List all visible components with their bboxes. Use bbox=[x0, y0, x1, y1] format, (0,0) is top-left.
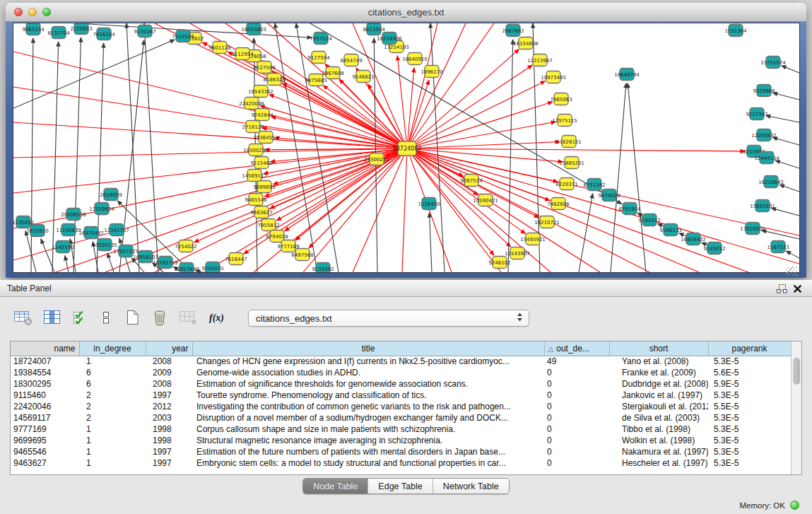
network-node[interactable]: 11626151 bbox=[556, 136, 582, 148]
table-cell[interactable]: 0 bbox=[544, 446, 609, 457]
table-cell[interactable]: 6 bbox=[79, 378, 146, 390]
table-mode-button[interactable] bbox=[13, 308, 33, 329]
network-node[interactable]: 9146821 bbox=[352, 71, 374, 83]
table-cell[interactable]: 14569117 bbox=[11, 412, 79, 424]
table-cell[interactable]: 1998 bbox=[146, 435, 192, 446]
table-cell[interactable]: Estimation of significance thresholds fo… bbox=[192, 378, 544, 390]
table-cell[interactable]: 1998 bbox=[146, 424, 192, 435]
close-panel-button[interactable] bbox=[789, 281, 805, 296]
table-cell[interactable]: 18300295 bbox=[11, 378, 79, 390]
table-row[interactable]: 1456911722003Disruption of a novel membe… bbox=[11, 412, 791, 424]
table-cell[interactable]: Disruption of a novel member of a sodium… bbox=[192, 412, 544, 424]
network-node[interactable]: 11156839 bbox=[56, 224, 81, 236]
network-node[interactable]: 1696170 bbox=[420, 66, 442, 78]
column-visibility-button[interactable] bbox=[42, 308, 62, 329]
table-cell[interactable]: 2012 bbox=[146, 401, 192, 412]
network-node[interactable]: 9329966 bbox=[753, 85, 775, 97]
tab-node-table[interactable]: Node Table bbox=[303, 479, 368, 493]
network-node[interactable]: 7462606 bbox=[547, 198, 570, 210]
network-node[interactable]: 7616104 bbox=[93, 28, 115, 40]
table-cell[interactable]: 6 bbox=[79, 367, 146, 378]
table-cell[interactable]: Structural magnetic resonance image aver… bbox=[192, 435, 544, 446]
network-node[interactable]: 9127504 bbox=[307, 52, 330, 64]
network-node[interactable]: 9135502 bbox=[312, 263, 334, 273]
table-cell[interactable]: Estimation of the future numbers of pati… bbox=[192, 446, 544, 457]
network-node[interactable]: 12975115 bbox=[552, 115, 577, 127]
network-node[interactable]: 8813054 bbox=[363, 23, 385, 35]
memory-status-icon[interactable] bbox=[790, 501, 799, 510]
table-cell[interactable]: Nakamura et al. (1997) bbox=[609, 446, 708, 457]
tab-edge-table[interactable]: Edge Table bbox=[368, 479, 433, 493]
table-cell[interactable]: 9465546 bbox=[11, 446, 79, 457]
table-cell[interactable]: 0 bbox=[544, 412, 609, 424]
row-height-button[interactable] bbox=[98, 308, 114, 329]
table-cell[interactable]: Wolkin et al. (1998) bbox=[609, 435, 708, 446]
network-node[interactable]: 8751342 bbox=[583, 179, 605, 191]
table-cell[interactable]: 1997 bbox=[146, 457, 192, 469]
table-cell[interactable]: 9699695 bbox=[11, 435, 79, 446]
minimize-window-button[interactable] bbox=[28, 8, 37, 16]
network-node[interactable]: 15885201 bbox=[559, 157, 584, 169]
table-cell[interactable]: Tibbo et al. (1998) bbox=[609, 424, 708, 435]
network-node[interactable]: 1151304 bbox=[724, 25, 747, 37]
table-row[interactable]: 1830029562008Estimation of significance … bbox=[11, 378, 791, 390]
table-cell[interactable]: Yano et al. (2008) bbox=[609, 356, 708, 367]
table-cell[interactable]: Changes of HCN gene expression and I(f) … bbox=[192, 356, 544, 367]
network-node[interactable]: 9127508 bbox=[253, 62, 275, 74]
network-node[interactable]: 8131704 bbox=[47, 27, 70, 39]
zoom-window-button[interactable] bbox=[42, 8, 51, 16]
table-cell[interactable]: 9115460 bbox=[11, 390, 79, 401]
table-cell[interactable]: 5.3E-5 bbox=[708, 424, 791, 435]
table-row[interactable]: 977716911998Corpus callosum shape and si… bbox=[11, 424, 791, 435]
table-cell[interactable]: 22420046 bbox=[11, 401, 79, 412]
table-cell[interactable]: Embryonic stem cells: a model to study s… bbox=[192, 457, 544, 469]
table-cell[interactable]: 19384554 bbox=[11, 367, 79, 378]
network-node[interactable]: 12342757 bbox=[104, 224, 129, 236]
table-cell[interactable]: 0 bbox=[544, 424, 609, 435]
attribute-table[interactable]: namein_degreeyeartitle△out_de...shortpag… bbox=[11, 341, 792, 469]
table-cell[interactable]: 1 bbox=[79, 435, 146, 446]
table-row[interactable]: 969969511998Structural magnetic resonanc… bbox=[11, 435, 791, 446]
tab-network-table[interactable]: Network Table bbox=[433, 479, 509, 493]
table-row[interactable]: 946362711997Embryonic stem cells: a mode… bbox=[11, 457, 791, 469]
table-cell[interactable]: 9777169 bbox=[11, 424, 79, 435]
table-cell[interactable]: Investigating the contribution of common… bbox=[192, 401, 544, 412]
table-cell[interactable]: 5.3E-5 bbox=[708, 446, 791, 457]
network-node[interactable]: 17359924 bbox=[89, 203, 114, 215]
table-cell[interactable]: 5.3E-5 bbox=[708, 457, 791, 469]
table-cell[interactable]: 0 bbox=[544, 401, 609, 412]
table-row[interactable]: 1938455462009Genome-wide association stu… bbox=[11, 367, 791, 378]
table-cell[interactable]: 1 bbox=[79, 457, 146, 469]
table-cell[interactable]: Hescheler et al. (1997) bbox=[609, 457, 708, 469]
table-cell[interactable]: Tourette syndrome. Phenomenology and cla… bbox=[192, 390, 544, 401]
table-cell[interactable]: 1997 bbox=[146, 390, 192, 401]
network-node[interactable]: 18543362 bbox=[248, 86, 273, 98]
network-node[interactable]: 9246102 bbox=[488, 257, 510, 269]
table-cell[interactable]: 1997 bbox=[146, 446, 192, 457]
network-node[interactable]: 16648784 bbox=[614, 69, 640, 81]
column-header-name[interactable]: name bbox=[11, 341, 79, 356]
network-node[interactable]: 9465546 bbox=[245, 194, 267, 206]
network-node[interactable]: 15692931 bbox=[750, 200, 775, 212]
table-cell[interactable]: 18724007 bbox=[11, 356, 79, 367]
network-node[interactable]: 12213967 bbox=[527, 54, 553, 66]
resize-grip[interactable] bbox=[786, 267, 797, 276]
table-cell[interactable]: 2 bbox=[79, 412, 146, 424]
table-cell[interactable]: Genome-wide association studies in ADHD. bbox=[192, 367, 544, 378]
table-cell[interactable]: 5.5E-5 bbox=[708, 401, 791, 412]
table-cell[interactable]: Stergiakouli et al. (2012) bbox=[609, 401, 708, 412]
column-header-title[interactable]: title bbox=[192, 341, 544, 356]
table-cell[interactable]: 2008 bbox=[146, 378, 192, 390]
network-node[interactable]: 9115460 bbox=[250, 157, 272, 169]
table-cell[interactable]: 1 bbox=[79, 356, 146, 367]
table-cell[interactable]: 9463627 bbox=[11, 457, 79, 469]
network-node[interactable]: 12093832 bbox=[751, 129, 777, 141]
float-panel-button[interactable] bbox=[774, 281, 789, 296]
network-node[interactable]: 9196133 bbox=[659, 224, 681, 236]
table-cell[interactable]: 1 bbox=[79, 446, 146, 457]
network-node[interactable]: 16975487 bbox=[78, 227, 104, 239]
network-node[interactable]: 14569117 bbox=[242, 170, 267, 182]
network-node[interactable]: 2120653 bbox=[70, 23, 92, 35]
function-builder-button[interactable]: f(x) bbox=[207, 308, 228, 329]
delete-column-button[interactable] bbox=[151, 308, 169, 329]
